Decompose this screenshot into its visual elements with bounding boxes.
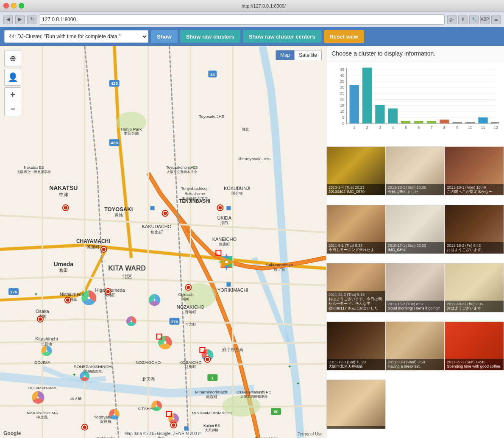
svg-rect-180 xyxy=(427,121,436,123)
url-text: 127.0.0.1:8000 xyxy=(42,17,76,22)
svg-rect-176 xyxy=(375,105,384,124)
photo-caption: 20130402-IMG_0570 xyxy=(329,190,384,194)
window-controls xyxy=(3,3,24,8)
photo-item[interactable]: 2011-10-2 (Thu) 9:35 おはようございます xyxy=(445,263,504,312)
svg-text:176: 176 xyxy=(10,290,17,294)
zoom-in-button[interactable]: + xyxy=(4,87,21,102)
photo-item[interactable]: 2010-17-1 (Sun) 20:23 IMG_0394 xyxy=(386,205,445,254)
photo-overlay: 2011-18-2 (Fri) 8:42 おはようございます。 xyxy=(445,242,504,254)
photo-item[interactable]: 2011-10-1 (Mon) 10:49 この隅っこが指定席かな〜 xyxy=(445,146,504,195)
satellite-view-button[interactable]: Satellite xyxy=(295,50,322,60)
adblock-icon[interactable]: ABP xyxy=(480,15,490,24)
photo-overlay: 2011-27-3 (Sun) 14:45 Spending time with… xyxy=(445,359,504,370)
show-raw-clusters-button[interactable]: Show raw clusters xyxy=(180,30,240,43)
photo-item[interactable]: 2011-15-2 (Tue) 8:51 Good morning! How's… xyxy=(386,263,445,312)
photo-item[interactable]: 2011-18-2 (Fri) 8:42 おはようございます。 xyxy=(445,205,504,254)
svg-rect-182 xyxy=(453,122,462,123)
photo-item[interactable]: 2011-12-3 (Sat) 15:20 大阪市北区天神橋筋 xyxy=(326,321,386,371)
photo-item[interactable]: 2011-27-3 (Sun) 14:45 Spending time with… xyxy=(445,321,504,371)
svg-text:KITA WARD: KITA WARD xyxy=(108,265,146,272)
svg-point-112 xyxy=(164,341,166,344)
svg-text:北区: 北区 xyxy=(122,273,132,279)
svg-text:茶屋町: 茶屋町 xyxy=(87,245,100,249)
svg-text:✦: ✦ xyxy=(34,291,38,297)
extension-icon[interactable]: 🔧 xyxy=(469,15,479,24)
photo-caption: 大阪市北区天神橋筋 xyxy=(329,364,384,369)
svg-text:✦: ✦ xyxy=(190,165,194,170)
photo-item[interactable]: 2011-6-1 (Thu) 8:33 今日もモーニング来れたよ xyxy=(326,205,386,254)
forward-button[interactable]: ▶ xyxy=(15,15,25,24)
svg-text:30: 30 xyxy=(340,85,344,89)
svg-text:MINAMIMORIMACHI: MINAMIMORIMACHI xyxy=(192,410,231,415)
svg-text:桜ノ宮: 桜ノ宮 xyxy=(274,268,285,272)
url-input[interactable]: 127.0.0.1:8000 xyxy=(39,14,445,25)
svg-text:✦: ✦ xyxy=(296,381,300,386)
svg-text:城北: 城北 xyxy=(242,128,249,131)
photo-item[interactable]: 2011-23-1 (Sun) 10:00 今日は来れました xyxy=(386,146,445,195)
menu-icon[interactable]: ☰ xyxy=(491,15,501,24)
svg-point-109 xyxy=(84,376,86,377)
chart-svg: 0 5 10 15 20 25 30 35 40 45 xyxy=(331,65,499,137)
photo-item[interactable]: 2011-30-3 (Wed) 8:50 Having a breakfast. xyxy=(386,321,445,371)
svg-text:北天満: 北天満 xyxy=(142,377,155,382)
zoom-controls: + − xyxy=(4,87,21,116)
download-icon[interactable]: ⬇ xyxy=(458,15,468,24)
compass-control[interactable]: ⊕ xyxy=(4,50,21,67)
show-raw-cluster-centers-button[interactable]: Show raw cluster centers xyxy=(243,30,321,43)
svg-text:5: 5 xyxy=(405,126,407,130)
photo-date: 2013-2-4 (Tue) 20:23 xyxy=(329,185,384,190)
cluster-select[interactable]: 44: DJ-Cluster, "Run with time for compl… xyxy=(4,30,148,43)
terms-of-use[interactable]: Terms of Use xyxy=(298,432,323,436)
photo-item[interactable] xyxy=(326,379,386,429)
svg-text:1: 1 xyxy=(212,376,214,380)
maximize-button[interactable] xyxy=(19,3,24,8)
photo-date: 2011-10-2 (Thu) 9:35 xyxy=(447,302,502,306)
map-background: 423 423 176 176 1 90 14 xyxy=(0,46,326,438)
photo-overlay: 2011-15-2 (Tue) 8:51 Good morning! How's… xyxy=(386,301,445,312)
svg-point-127 xyxy=(64,206,67,209)
search-icon[interactable]: g+ xyxy=(447,15,457,24)
svg-rect-179 xyxy=(414,121,423,123)
photo-caption: おはようございます。今日は朝から〜モード。そんな中 @luls0117 さんにお… xyxy=(329,297,384,310)
svg-text:9: 9 xyxy=(456,126,458,130)
svg-text:扇町: 扇町 xyxy=(183,297,189,301)
photo-item[interactable]: 2013-2-4 (Tue) 20:23 20130402-IMG_0570 xyxy=(326,146,386,195)
svg-point-143 xyxy=(206,358,209,361)
svg-text:Toyosaki JHS: Toyosaki JHS xyxy=(199,114,225,119)
title-bar: http://127.0.0.1:8000/ xyxy=(0,0,504,12)
photo-caption: この隅っこが指定席かな〜 xyxy=(447,190,502,194)
svg-text:浮田: 浮田 xyxy=(220,221,228,225)
close-button[interactable] xyxy=(3,3,9,8)
back-button[interactable]: ◀ xyxy=(3,15,13,24)
pegman-control[interactable]: 👤 xyxy=(4,69,21,86)
photo-overlay: 2011-30-3 (Wed) 8:50 Having a breakfast. xyxy=(386,359,445,370)
zoom-out-button[interactable]: − xyxy=(4,102,21,116)
svg-text:NAKATSU: NAKATSU xyxy=(49,184,78,191)
minimize-button[interactable] xyxy=(11,3,17,8)
map-svg: 423 423 176 176 1 90 14 xyxy=(0,46,326,438)
photo-item[interactable]: 2011-24-2 (Thu) 9:15 おはようございます。今日は朝から〜モー… xyxy=(326,263,386,312)
svg-text:兼恵町: 兼恵町 xyxy=(219,242,230,246)
svg-text:423: 423 xyxy=(111,81,118,86)
svg-point-118 xyxy=(46,350,47,352)
reset-view-button[interactable]: Reset view xyxy=(324,30,364,43)
photo-overlay xyxy=(327,426,385,429)
google-logo: Google xyxy=(3,430,21,436)
svg-rect-149 xyxy=(226,206,231,210)
svg-text:中之島: 中之島 xyxy=(36,415,48,419)
svg-text:Otemae Hosp.: Otemae Hosp. xyxy=(254,436,279,438)
svg-text:UKIDA: UKIDA xyxy=(217,215,232,220)
svg-text:5: 5 xyxy=(342,115,344,120)
map-view-button[interactable]: Map xyxy=(276,50,295,60)
photo-date: 2011-10-1 (Mon) 10:49 xyxy=(447,185,502,190)
refresh-button[interactable]: ↻ xyxy=(27,15,36,24)
photo-overlay: 2010-17-1 (Sun) 20:23 IMG_0394 xyxy=(386,242,445,254)
svg-text:10: 10 xyxy=(340,109,344,114)
svg-text:国分寺: 国分寺 xyxy=(231,191,243,195)
map-area[interactable]: 423 423 176 176 1 90 14 xyxy=(0,46,326,438)
svg-text:DOJIMAHAMA: DOJIMAHAMA xyxy=(28,385,57,390)
show-button[interactable]: Show xyxy=(151,30,178,43)
chart-area: 0 5 10 15 20 25 30 35 40 45 xyxy=(326,61,504,146)
svg-text:KANEICHO: KANEICHO xyxy=(212,237,237,242)
photo-caption: 今日は来れました xyxy=(388,190,443,194)
